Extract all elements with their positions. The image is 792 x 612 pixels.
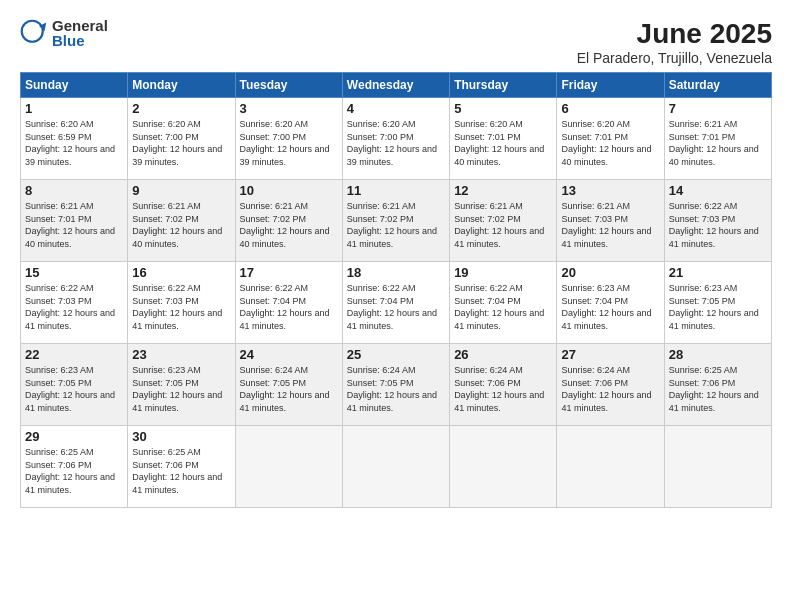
table-row: 6Sunrise: 6:20 AMSunset: 7:01 PMDaylight… xyxy=(557,98,664,180)
day-info: Sunrise: 6:21 AMSunset: 7:01 PMDaylight:… xyxy=(25,200,123,250)
day-number: 12 xyxy=(454,183,552,198)
col-saturday: Saturday xyxy=(664,73,771,98)
day-number: 1 xyxy=(25,101,123,116)
calendar-week-row: 29Sunrise: 6:25 AMSunset: 7:06 PMDayligh… xyxy=(21,426,772,508)
table-row: 15Sunrise: 6:22 AMSunset: 7:03 PMDayligh… xyxy=(21,262,128,344)
day-info: Sunrise: 6:22 AMSunset: 7:03 PMDaylight:… xyxy=(25,282,123,332)
title-block: June 2025 El Paradero, Trujillo, Venezue… xyxy=(577,18,772,66)
day-number: 26 xyxy=(454,347,552,362)
day-number: 3 xyxy=(240,101,338,116)
day-info: Sunrise: 6:23 AMSunset: 7:05 PMDaylight:… xyxy=(669,282,767,332)
col-tuesday: Tuesday xyxy=(235,73,342,98)
day-info: Sunrise: 6:20 AMSunset: 7:00 PMDaylight:… xyxy=(347,118,445,168)
day-number: 22 xyxy=(25,347,123,362)
day-number: 27 xyxy=(561,347,659,362)
day-info: Sunrise: 6:23 AMSunset: 7:04 PMDaylight:… xyxy=(561,282,659,332)
table-row xyxy=(450,426,557,508)
table-row xyxy=(235,426,342,508)
day-info: Sunrise: 6:22 AMSunset: 7:04 PMDaylight:… xyxy=(240,282,338,332)
table-row: 4Sunrise: 6:20 AMSunset: 7:00 PMDaylight… xyxy=(342,98,449,180)
table-row: 29Sunrise: 6:25 AMSunset: 7:06 PMDayligh… xyxy=(21,426,128,508)
col-sunday: Sunday xyxy=(21,73,128,98)
calendar-week-row: 8Sunrise: 6:21 AMSunset: 7:01 PMDaylight… xyxy=(21,180,772,262)
table-row: 24Sunrise: 6:24 AMSunset: 7:05 PMDayligh… xyxy=(235,344,342,426)
table-row: 16Sunrise: 6:22 AMSunset: 7:03 PMDayligh… xyxy=(128,262,235,344)
day-number: 15 xyxy=(25,265,123,280)
day-number: 17 xyxy=(240,265,338,280)
table-row: 7Sunrise: 6:21 AMSunset: 7:01 PMDaylight… xyxy=(664,98,771,180)
day-info: Sunrise: 6:25 AMSunset: 7:06 PMDaylight:… xyxy=(669,364,767,414)
day-number: 29 xyxy=(25,429,123,444)
table-row xyxy=(664,426,771,508)
calendar-week-row: 1Sunrise: 6:20 AMSunset: 6:59 PMDaylight… xyxy=(21,98,772,180)
day-info: Sunrise: 6:22 AMSunset: 7:04 PMDaylight:… xyxy=(347,282,445,332)
table-row: 18Sunrise: 6:22 AMSunset: 7:04 PMDayligh… xyxy=(342,262,449,344)
day-number: 30 xyxy=(132,429,230,444)
table-row xyxy=(557,426,664,508)
day-number: 25 xyxy=(347,347,445,362)
day-info: Sunrise: 6:22 AMSunset: 7:03 PMDaylight:… xyxy=(132,282,230,332)
table-row: 3Sunrise: 6:20 AMSunset: 7:00 PMDaylight… xyxy=(235,98,342,180)
day-number: 7 xyxy=(669,101,767,116)
table-row: 5Sunrise: 6:20 AMSunset: 7:01 PMDaylight… xyxy=(450,98,557,180)
day-info: Sunrise: 6:21 AMSunset: 7:02 PMDaylight:… xyxy=(454,200,552,250)
day-number: 8 xyxy=(25,183,123,198)
day-info: Sunrise: 6:24 AMSunset: 7:05 PMDaylight:… xyxy=(347,364,445,414)
day-info: Sunrise: 6:20 AMSunset: 7:01 PMDaylight:… xyxy=(561,118,659,168)
table-row: 23Sunrise: 6:23 AMSunset: 7:05 PMDayligh… xyxy=(128,344,235,426)
day-number: 2 xyxy=(132,101,230,116)
logo-general-text: General xyxy=(52,18,108,33)
table-row: 2Sunrise: 6:20 AMSunset: 7:00 PMDaylight… xyxy=(128,98,235,180)
table-row: 8Sunrise: 6:21 AMSunset: 7:01 PMDaylight… xyxy=(21,180,128,262)
day-info: Sunrise: 6:25 AMSunset: 7:06 PMDaylight:… xyxy=(25,446,123,496)
calendar-week-row: 22Sunrise: 6:23 AMSunset: 7:05 PMDayligh… xyxy=(21,344,772,426)
day-info: Sunrise: 6:21 AMSunset: 7:01 PMDaylight:… xyxy=(669,118,767,168)
table-row: 30Sunrise: 6:25 AMSunset: 7:06 PMDayligh… xyxy=(128,426,235,508)
day-info: Sunrise: 6:21 AMSunset: 7:03 PMDaylight:… xyxy=(561,200,659,250)
day-info: Sunrise: 6:21 AMSunset: 7:02 PMDaylight:… xyxy=(132,200,230,250)
day-info: Sunrise: 6:20 AMSunset: 7:00 PMDaylight:… xyxy=(240,118,338,168)
calendar-week-row: 15Sunrise: 6:22 AMSunset: 7:03 PMDayligh… xyxy=(21,262,772,344)
col-friday: Friday xyxy=(557,73,664,98)
day-number: 18 xyxy=(347,265,445,280)
page: General Blue June 2025 El Paradero, Truj… xyxy=(0,0,792,612)
day-number: 11 xyxy=(347,183,445,198)
table-row: 14Sunrise: 6:22 AMSunset: 7:03 PMDayligh… xyxy=(664,180,771,262)
day-info: Sunrise: 6:20 AMSunset: 6:59 PMDaylight:… xyxy=(25,118,123,168)
table-row: 13Sunrise: 6:21 AMSunset: 7:03 PMDayligh… xyxy=(557,180,664,262)
col-wednesday: Wednesday xyxy=(342,73,449,98)
day-info: Sunrise: 6:21 AMSunset: 7:02 PMDaylight:… xyxy=(347,200,445,250)
logo-text: General Blue xyxy=(52,18,108,48)
table-row: 17Sunrise: 6:22 AMSunset: 7:04 PMDayligh… xyxy=(235,262,342,344)
day-info: Sunrise: 6:21 AMSunset: 7:02 PMDaylight:… xyxy=(240,200,338,250)
day-number: 4 xyxy=(347,101,445,116)
day-number: 20 xyxy=(561,265,659,280)
calendar-table: Sunday Monday Tuesday Wednesday Thursday… xyxy=(20,72,772,508)
logo: General Blue xyxy=(20,18,108,48)
logo-icon xyxy=(20,19,48,47)
table-row xyxy=(342,426,449,508)
table-row: 12Sunrise: 6:21 AMSunset: 7:02 PMDayligh… xyxy=(450,180,557,262)
table-row: 25Sunrise: 6:24 AMSunset: 7:05 PMDayligh… xyxy=(342,344,449,426)
table-row: 10Sunrise: 6:21 AMSunset: 7:02 PMDayligh… xyxy=(235,180,342,262)
table-row: 22Sunrise: 6:23 AMSunset: 7:05 PMDayligh… xyxy=(21,344,128,426)
month-title: June 2025 xyxy=(577,18,772,50)
day-info: Sunrise: 6:25 AMSunset: 7:06 PMDaylight:… xyxy=(132,446,230,496)
table-row: 1Sunrise: 6:20 AMSunset: 6:59 PMDaylight… xyxy=(21,98,128,180)
day-info: Sunrise: 6:22 AMSunset: 7:03 PMDaylight:… xyxy=(669,200,767,250)
day-number: 6 xyxy=(561,101,659,116)
table-row: 26Sunrise: 6:24 AMSunset: 7:06 PMDayligh… xyxy=(450,344,557,426)
table-row: 21Sunrise: 6:23 AMSunset: 7:05 PMDayligh… xyxy=(664,262,771,344)
day-number: 14 xyxy=(669,183,767,198)
col-thursday: Thursday xyxy=(450,73,557,98)
table-row: 20Sunrise: 6:23 AMSunset: 7:04 PMDayligh… xyxy=(557,262,664,344)
day-number: 5 xyxy=(454,101,552,116)
day-info: Sunrise: 6:24 AMSunset: 7:06 PMDaylight:… xyxy=(454,364,552,414)
day-info: Sunrise: 6:20 AMSunset: 7:00 PMDaylight:… xyxy=(132,118,230,168)
location: El Paradero, Trujillo, Venezuela xyxy=(577,50,772,66)
day-number: 10 xyxy=(240,183,338,198)
day-info: Sunrise: 6:24 AMSunset: 7:06 PMDaylight:… xyxy=(561,364,659,414)
day-info: Sunrise: 6:24 AMSunset: 7:05 PMDaylight:… xyxy=(240,364,338,414)
day-number: 13 xyxy=(561,183,659,198)
day-number: 21 xyxy=(669,265,767,280)
